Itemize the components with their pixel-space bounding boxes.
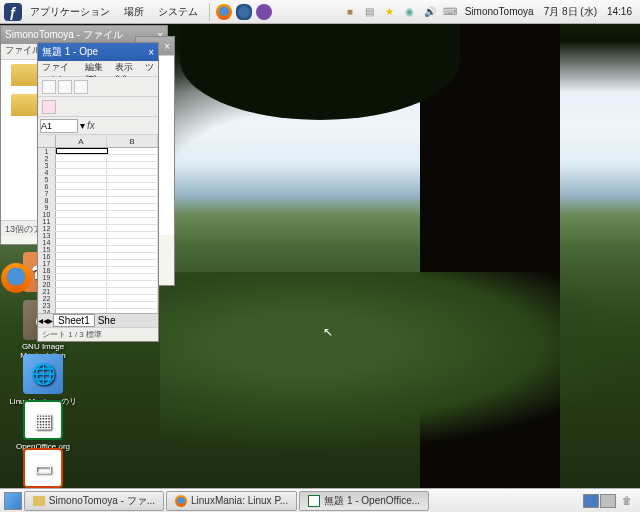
row-header[interactable]: 3	[38, 162, 56, 168]
cell[interactable]	[56, 281, 107, 287]
cell[interactable]	[56, 162, 107, 168]
menu-edit[interactable]: 編集(E)	[85, 61, 107, 76]
menu-view[interactable]: 表示(V)	[115, 61, 137, 76]
row-header[interactable]: 16	[38, 253, 56, 259]
calc-window[interactable]: 無題 1 - Ope × ファイル(F) 編集(E) 表示(V) ツ ▾ fx …	[37, 42, 159, 342]
cell[interactable]	[107, 274, 158, 280]
keyboard-icon[interactable]: ⌨	[441, 3, 459, 21]
row-header[interactable]: 15	[38, 246, 56, 252]
cell[interactable]	[56, 302, 107, 308]
open-button[interactable]	[58, 80, 72, 94]
cell[interactable]	[56, 197, 107, 203]
cell[interactable]	[107, 232, 158, 238]
menu-file[interactable]: ファイル(F)	[42, 61, 77, 76]
row-header[interactable]: 4	[38, 169, 56, 175]
column-header-b[interactable]: B	[107, 135, 158, 147]
cell[interactable]	[107, 260, 158, 266]
row-header[interactable]: 13	[38, 232, 56, 238]
cell[interactable]	[107, 302, 158, 308]
cell[interactable]	[107, 218, 158, 224]
row-header[interactable]: 10	[38, 211, 56, 217]
applications-menu[interactable]: アプリケーション	[24, 3, 116, 21]
row-header[interactable]: 14	[38, 239, 56, 245]
row-header[interactable]: 1	[38, 148, 56, 154]
cell[interactable]	[107, 309, 158, 313]
cell[interactable]	[56, 155, 107, 161]
row-header[interactable]: 2	[38, 155, 56, 161]
row-header[interactable]: 20	[38, 281, 56, 287]
cell[interactable]	[56, 239, 107, 245]
close-icon[interactable]: ×	[164, 41, 170, 52]
row-header[interactable]: 22	[38, 295, 56, 301]
row-header[interactable]: 6	[38, 183, 56, 189]
system-menu[interactable]: システム	[152, 3, 204, 21]
cell[interactable]	[107, 281, 158, 287]
bold-button[interactable]	[42, 100, 56, 114]
new-button[interactable]	[42, 80, 56, 94]
cell[interactable]	[107, 197, 158, 203]
cell[interactable]	[56, 176, 107, 182]
row-header[interactable]: 5	[38, 176, 56, 182]
task-button[interactable]: SimonoTomoya - ファ...	[24, 491, 164, 511]
cell[interactable]	[56, 260, 107, 266]
cell[interactable]	[108, 148, 159, 154]
date-label[interactable]: 7月 8日 (水)	[540, 5, 601, 19]
cell[interactable]	[56, 295, 107, 301]
spreadsheet-grid[interactable]: A B 123456789101112131415161718192021222…	[38, 135, 158, 313]
places-menu[interactable]: 場所	[118, 3, 150, 21]
row-header[interactable]: 23	[38, 302, 56, 308]
cell[interactable]	[56, 232, 107, 238]
cell[interactable]	[56, 148, 108, 154]
cell[interactable]	[107, 267, 158, 273]
row-header[interactable]: 17	[38, 260, 56, 266]
corner-cell[interactable]	[38, 135, 56, 147]
dropdown-icon[interactable]: ▾	[80, 120, 85, 131]
close-icon[interactable]: ×	[148, 47, 154, 58]
cell[interactable]	[107, 225, 158, 231]
user-label[interactable]: SimonoTomoya	[461, 6, 538, 17]
row-header[interactable]: 12	[38, 225, 56, 231]
row-header[interactable]: 9	[38, 204, 56, 210]
cell[interactable]	[56, 225, 107, 231]
row-header[interactable]: 7	[38, 190, 56, 196]
update-icon[interactable]: ★	[381, 3, 399, 21]
row-header[interactable]: 8	[38, 197, 56, 203]
row-header[interactable]: 19	[38, 274, 56, 280]
cell[interactable]	[56, 267, 107, 273]
volume-icon[interactable]: 🔊	[421, 3, 439, 21]
task-button[interactable]: 無題 1 - OpenOffice...	[299, 491, 429, 511]
cell[interactable]	[107, 162, 158, 168]
cell[interactable]	[107, 190, 158, 196]
cell[interactable]	[56, 288, 107, 294]
cell[interactable]	[107, 176, 158, 182]
save-button[interactable]	[74, 80, 88, 94]
fedora-logo-icon[interactable]: ƒ	[4, 3, 22, 21]
firefox-launcher-icon[interactable]	[215, 3, 233, 21]
cell[interactable]	[56, 169, 107, 175]
cell[interactable]	[56, 246, 107, 252]
titlebar[interactable]: 無題 1 - Ope ×	[38, 43, 158, 61]
sheet-tab[interactable]: Sheet1	[53, 314, 95, 327]
cell[interactable]	[56, 309, 107, 313]
cell[interactable]	[107, 288, 158, 294]
cell[interactable]	[107, 169, 158, 175]
workspace-switcher[interactable]	[583, 494, 616, 508]
tray-icon[interactable]: ■	[341, 3, 359, 21]
time-label[interactable]: 14:16	[603, 6, 636, 17]
tray-icon[interactable]: ▤	[361, 3, 379, 21]
cell[interactable]	[56, 190, 107, 196]
cell[interactable]	[107, 253, 158, 259]
cell-reference-input[interactable]	[40, 119, 78, 133]
network-icon[interactable]: ◉	[401, 3, 419, 21]
show-desktop-button[interactable]	[4, 492, 22, 510]
pidgin-launcher-icon[interactable]	[255, 3, 273, 21]
cell[interactable]	[56, 274, 107, 280]
row-header[interactable]: 21	[38, 288, 56, 294]
row-header[interactable]: 24	[38, 309, 56, 313]
cell[interactable]	[56, 253, 107, 259]
cell[interactable]	[107, 295, 158, 301]
cell[interactable]	[56, 211, 107, 217]
cell[interactable]	[107, 246, 158, 252]
cell[interactable]	[107, 204, 158, 210]
cell[interactable]	[107, 239, 158, 245]
